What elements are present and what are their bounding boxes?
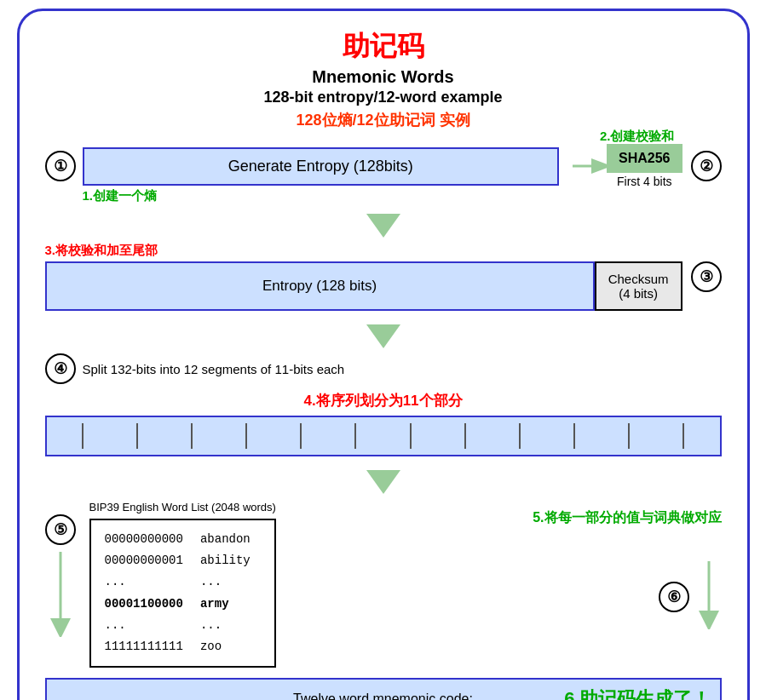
step5-side: ⑤	[45, 514, 76, 640]
main-container: 助记码 Mnemonic Words 128-bit entropy/12-wo…	[17, 9, 750, 700]
wordlist-col2: abandon ability ... army ... zoo	[200, 529, 251, 657]
word-zoo: zoo	[200, 636, 251, 657]
checksum-box: Checksum (4 bits)	[595, 261, 682, 311]
entropy128-box: Entropy (128 bits)	[45, 261, 595, 311]
first4-label: First 4 bits	[617, 175, 672, 188]
entropy-box: Generate Entropy (128bits)	[83, 147, 560, 186]
step6-right-area: ⑥	[659, 561, 722, 633]
dash-3	[191, 423, 193, 449]
dash-8	[464, 423, 466, 449]
word-ability: ability	[200, 550, 251, 571]
step4-text: Split 132-bits into 12 segments of 11-bi…	[83, 362, 345, 376]
step3-row: Entropy (128 bits) Checksum (4 bits) ③	[45, 261, 722, 311]
word-binary-last: 11111111111	[105, 636, 183, 657]
word-dots-3: ...	[200, 571, 251, 593]
step2-circle: ②	[691, 151, 722, 181]
step4-circle: ④	[45, 353, 76, 384]
step6-area: 6.助记码生成了！ Twelve word mnemonic code: arm…	[45, 678, 722, 700]
step5-cn: 5.将每一部分的值与词典做对应	[533, 509, 721, 527]
dash-9	[519, 423, 521, 449]
dash-12	[682, 423, 684, 449]
step3-label-cn: 3.将校验和加至尾部	[45, 243, 158, 259]
step1-circle: ①	[45, 151, 76, 181]
step6-cn-label: 6.助记码生成了！	[564, 686, 711, 700]
word-army: army	[200, 594, 251, 615]
word-binary-army: 00001100000	[105, 594, 183, 615]
dash-10	[573, 423, 575, 449]
checksum-label1: Checksum	[608, 272, 669, 286]
step3-circle: ③	[691, 261, 722, 292]
step1-label-cn: 1.创建一个熵	[83, 188, 158, 204]
step1-row: ① Generate Entropy (128bits) S	[45, 144, 722, 188]
step5-area: ⑤ BIP39 English Word List (2048 words)	[45, 501, 722, 668]
wordlist-columns: 00000000000 00000000001 ... 00001100000 …	[105, 529, 261, 657]
title-cn: 助记码	[45, 28, 722, 66]
dash-2	[136, 423, 138, 449]
wordlist-title: BIP39 English Word List (2048 words)	[89, 501, 276, 514]
step6-circle: ⑥	[659, 582, 689, 612]
word-list-container: BIP39 English Word List (2048 words) 000…	[89, 501, 276, 668]
word-dots-4: ...	[200, 615, 251, 636]
down-arrow-left	[48, 552, 73, 640]
word-binary-2: 00000000001	[105, 550, 183, 571]
dash-7	[410, 423, 412, 449]
step5-right: 5.将每一部分的值与词典做对应 ⑥	[276, 501, 722, 633]
step5-circle: ⑤	[45, 514, 76, 545]
checksum-label2: (4 bits)	[608, 286, 669, 301]
dash-11	[628, 423, 630, 449]
down-arrow-right	[696, 561, 722, 633]
segments-bar	[45, 416, 722, 456]
dash-6	[354, 423, 356, 449]
word-dots-2: ...	[105, 615, 183, 636]
step4-area: ④ Split 132-bits into 12 segments of 11-…	[45, 353, 722, 456]
word-dots-1: ...	[105, 571, 183, 593]
step2-label-cn: 2.创建校验和	[600, 129, 675, 145]
word-binary-1: 00000000000	[105, 529, 183, 550]
word-abandon: abandon	[200, 529, 251, 550]
title-cn2: 128位熵/12位助记词 实例	[45, 110, 722, 130]
dash-5	[300, 423, 302, 449]
dashes-row	[47, 417, 720, 455]
dash-4	[245, 423, 247, 449]
right-arrow-icon	[573, 153, 607, 179]
title-en2: 128-bit entropy/12-word example	[45, 89, 722, 106]
down-arrow3	[45, 470, 722, 494]
wordlist-inner: 00000000000 00000000001 ... 00001100000 …	[89, 519, 276, 668]
wordlist-col1: 00000000000 00000000001 ... 00001100000 …	[105, 529, 183, 657]
down-arrow1	[45, 214, 722, 238]
step4-row: ④ Split 132-bits into 12 segments of 11-…	[45, 353, 722, 384]
title-en1: Mnemonic Words	[45, 67, 722, 87]
curved-arrow-left-icon	[48, 552, 73, 637]
down-arrow2	[45, 324, 722, 348]
sha256-box: SHA256	[607, 144, 682, 173]
step4-cn: 4.将序列划分为11个部分	[45, 391, 722, 410]
curved-arrow-right-icon	[696, 561, 722, 629]
dash-1	[82, 423, 84, 449]
